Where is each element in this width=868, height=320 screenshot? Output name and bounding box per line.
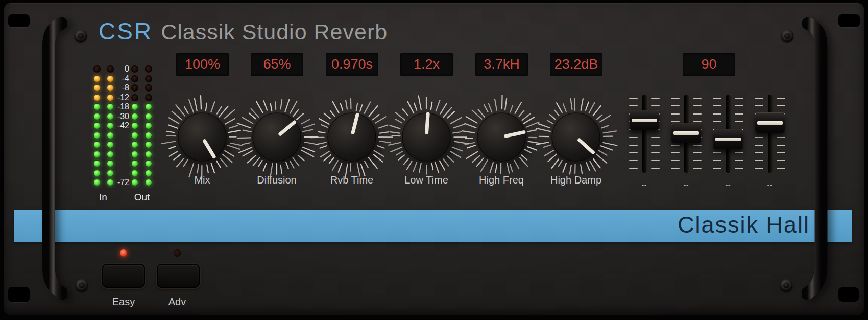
screw xyxy=(780,279,792,291)
meter-led-in xyxy=(93,141,101,148)
fader-tick xyxy=(629,168,638,169)
meter-led-out xyxy=(145,170,152,177)
fader-tick xyxy=(735,168,743,169)
fader-tick xyxy=(713,98,721,99)
display-rvb-time[interactable]: 0.970s xyxy=(326,53,378,76)
meter-led-in xyxy=(93,179,101,186)
fader-tick xyxy=(693,121,702,122)
fader-handle-2[interactable] xyxy=(671,123,701,143)
fader-tick xyxy=(651,105,660,106)
fader-tick xyxy=(629,137,638,138)
meter-led-in xyxy=(93,103,101,110)
meter-led-out xyxy=(131,151,138,158)
fader-track-4[interactable] xyxy=(768,95,773,173)
meter-scale-label: -18 xyxy=(106,102,129,111)
fader-tick xyxy=(671,152,680,153)
fader-tick xyxy=(671,121,680,122)
meter-led-in xyxy=(93,170,101,177)
meter-led-out xyxy=(145,132,152,139)
fader-tick xyxy=(693,98,702,99)
fader-tick xyxy=(735,113,743,115)
display-high-damp[interactable]: 23.2dB xyxy=(550,53,602,76)
meter-led-in xyxy=(93,65,101,73)
fader-tick xyxy=(713,113,721,115)
display-mix[interactable]: 100% xyxy=(176,53,229,76)
knob-high-damp[interactable] xyxy=(531,92,621,182)
display-high-freq[interactable]: 3.7kH xyxy=(475,53,528,76)
display-low-time[interactable]: 1.2x xyxy=(400,53,453,76)
screw xyxy=(781,30,793,42)
meter-led-out xyxy=(145,113,152,120)
mount-hole xyxy=(8,287,30,302)
adv-button-label: Adv xyxy=(152,295,203,308)
fader-handle-1[interactable] xyxy=(630,110,659,130)
knob-label-rvb-time: Rvb Time xyxy=(316,174,388,186)
meter-led-out xyxy=(131,170,138,177)
meter-led-out xyxy=(131,113,138,120)
mount-hole xyxy=(8,14,30,27)
screw xyxy=(75,30,87,42)
meter-scale-label: -72 xyxy=(106,178,129,187)
fader-tick xyxy=(755,168,763,169)
meter-scale-label: -42 xyxy=(106,121,129,130)
fader-tick xyxy=(777,168,785,169)
meter-led-in xyxy=(93,132,101,139)
rack-handle-right xyxy=(802,17,834,302)
fader-tick xyxy=(651,145,660,146)
meter-led-out xyxy=(131,103,138,110)
meter-led-out xyxy=(131,132,138,139)
meter-led-out xyxy=(145,94,152,101)
meter-led-in xyxy=(107,141,114,148)
mount-hole xyxy=(838,287,859,302)
fader-track-1[interactable] xyxy=(642,95,647,173)
fader-tick xyxy=(755,145,763,146)
fader-tick xyxy=(755,137,763,138)
meter-led-out xyxy=(145,122,152,129)
rack-handle-left xyxy=(36,17,67,302)
meter-led-in xyxy=(93,122,101,129)
meter-led-out xyxy=(145,84,152,92)
fader-handle-3[interactable] xyxy=(713,129,743,149)
knob-label-diffusion: Diffusion xyxy=(241,174,312,186)
meter-led-out xyxy=(145,141,152,148)
fader-value-label: -- xyxy=(676,181,696,189)
header: CSR Classik Studio Reverb xyxy=(99,17,388,45)
meter-out-label: Out xyxy=(130,192,154,203)
fader-tick xyxy=(777,98,785,99)
meter-led-out xyxy=(131,141,138,148)
fader-tick xyxy=(735,105,743,106)
meter-led-out xyxy=(131,94,138,101)
fader-tick xyxy=(693,145,702,146)
knob-label-low-time: Low Time xyxy=(391,174,462,186)
fader-tick xyxy=(629,105,638,106)
meter-led-in xyxy=(107,132,114,139)
preset-display[interactable]: Classik Hall xyxy=(14,210,852,242)
meter-led-out xyxy=(145,103,152,110)
meter-led-out xyxy=(145,160,152,167)
easy-button[interactable] xyxy=(102,264,145,288)
fader-tick xyxy=(651,98,660,99)
plugin-title: Classik Studio Reverb xyxy=(161,19,388,44)
fader-tick xyxy=(755,98,763,99)
fader-tick xyxy=(777,152,785,153)
meter-scale-label: -8 xyxy=(106,83,129,93)
meter-led-out xyxy=(145,65,152,73)
meter-led-in xyxy=(93,75,101,82)
fader-handle-4[interactable] xyxy=(755,112,785,133)
knob-label-high-damp: High Damp xyxy=(540,174,612,186)
fader-tick xyxy=(777,137,785,138)
meter-led-out xyxy=(131,179,138,186)
csr-logo: CSR xyxy=(99,17,153,45)
display-faders[interactable]: 90 xyxy=(683,53,735,76)
meter-scale-label: 0 xyxy=(106,64,129,74)
display-diffusion[interactable]: 65% xyxy=(251,53,303,76)
fader-value-label: -- xyxy=(718,181,738,189)
meter-led-out xyxy=(145,179,152,186)
meter-led-out xyxy=(131,75,138,82)
meter-scale-label: -12 xyxy=(106,93,129,102)
fader-tick xyxy=(629,98,638,99)
knob-label-high-freq: High Freq xyxy=(466,174,537,186)
meter-scale-label: -4 xyxy=(106,74,129,83)
adv-button[interactable] xyxy=(157,264,200,288)
fader-tick xyxy=(629,152,638,153)
